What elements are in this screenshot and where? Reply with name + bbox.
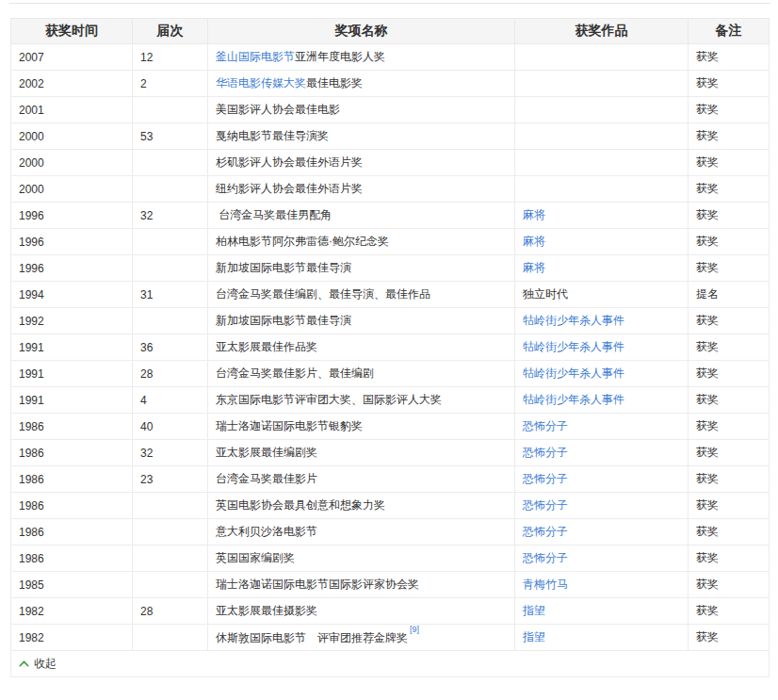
cell-year: 1996 — [11, 229, 133, 255]
cell-award: 亚太影展最佳作品奖 — [208, 334, 515, 361]
header-row: 获奖时间 届次 奖项名称 获奖作品 备注 — [11, 19, 770, 44]
table-row: 1991 28 台湾金马奖最佳影片、最佳编剧 牯岭街少年杀人事件 获奖 — [11, 361, 770, 387]
cell-note: 获奖 — [689, 44, 770, 71]
cell-note: 获奖 — [689, 440, 770, 466]
award-name-text: 英国国家编剧奖 — [216, 551, 295, 564]
cell-work — [515, 97, 689, 123]
award-name-text: 东京国际电影节评审团大奖、国际影评人大奖 — [216, 393, 442, 406]
cell-note: 获奖 — [689, 387, 770, 414]
awards-table-body: 2007 12 釜山国际电影节亚洲年度电影人奖 获奖 2002 2 华语电影传媒… — [11, 44, 770, 651]
cell-year: 2000 — [11, 150, 133, 176]
cell-award: 亚太影展最佳编剧奖 — [208, 440, 515, 466]
cell-year: 1991 — [11, 361, 133, 387]
work-link[interactable]: 恐怖分子 — [523, 472, 568, 485]
table-row: 1992 新加坡国际电影节最佳导演 牯岭街少年杀人事件 获奖 — [11, 308, 770, 334]
cell-work: 恐怖分子 — [515, 545, 689, 572]
col-header-edition: 届次 — [133, 19, 208, 44]
cell-year: 1986 — [11, 414, 133, 440]
cell-year: 2001 — [11, 97, 133, 123]
work-text: 独立时代 — [523, 287, 568, 301]
table-row: 2001 美国影评人协会最佳电影 获奖 — [11, 97, 770, 123]
cell-year: 2007 — [11, 44, 133, 71]
work-link[interactable]: 牯岭街少年杀人事件 — [523, 366, 624, 380]
cell-work — [515, 176, 689, 203]
cell-work: 恐怖分子 — [515, 414, 689, 440]
cell-edition: 32 — [133, 203, 208, 229]
work-link[interactable]: 麻将 — [523, 261, 545, 274]
table-row: 1996 32 台湾金马奖最佳男配角 麻将 获奖 — [11, 203, 770, 229]
award-entity-link[interactable]: 华语电影传媒大奖 — [216, 76, 306, 90]
cell-award: 瑞士洛迦诺国际电影节银豹奖 — [208, 414, 515, 440]
cell-note: 获奖 — [689, 203, 770, 229]
cell-work: 指望 — [515, 625, 689, 651]
cell-note: 提名 — [689, 282, 770, 308]
award-name-text: 台湾金马奖最佳影片 — [216, 472, 317, 485]
award-name-text: 新加坡国际电影节最佳导演 — [216, 314, 351, 327]
reference-sup-link[interactable]: [9] — [410, 625, 419, 634]
cell-year: 1986 — [11, 440, 133, 466]
table-row: 2000 纽约影评人协会最佳外语片奖 获奖 — [11, 176, 770, 203]
col-header-award-time: 获奖时间 — [11, 19, 133, 44]
cell-year: 1994 — [11, 282, 133, 308]
cell-note: 获奖 — [689, 308, 770, 334]
cell-note: 获奖 — [689, 229, 770, 255]
cell-note: 获奖 — [689, 150, 770, 176]
cell-award: 新加坡国际电影节最佳导演 — [208, 308, 515, 334]
award-name-text: 戛纳电影节最佳导演奖 — [216, 129, 329, 142]
work-link[interactable]: 牯岭街少年杀人事件 — [523, 393, 624, 406]
cell-award: 台湾金马奖最佳男配角 — [208, 203, 515, 229]
collapse-label: 收起 — [34, 656, 57, 672]
work-link[interactable]: 青梅竹马 — [523, 578, 568, 591]
table-row: 1986 23 台湾金马奖最佳影片 恐怖分子 获奖 — [11, 466, 770, 493]
cell-year: 1982 — [11, 625, 133, 651]
award-name-text: 纽约影评人协会最佳外语片奖 — [216, 182, 363, 195]
collapse-button[interactable]: 收起 — [19, 656, 57, 672]
award-entity-link[interactable]: 釜山国际电影节 — [216, 50, 295, 63]
cell-award: 柏林电影节阿尔弗雷德·鲍尔纪念奖 — [208, 229, 515, 255]
table-row: 1986 意大利贝沙洛电影节 恐怖分子 获奖 — [11, 519, 770, 545]
cell-year: 1986 — [11, 519, 133, 545]
work-link[interactable]: 恐怖分子 — [523, 551, 568, 564]
cell-note: 获奖 — [689, 598, 770, 625]
cell-work: 牯岭街少年杀人事件 — [515, 334, 689, 361]
work-link[interactable]: 指望 — [523, 630, 545, 643]
cell-note: 获奖 — [689, 493, 770, 519]
award-name-text: 台湾金马奖最佳影片、最佳编剧 — [216, 366, 374, 380]
award-name-text: 亚洲年度电影人奖 — [295, 50, 385, 63]
cell-edition: 36 — [133, 334, 208, 361]
cell-award: 戛纳电影节最佳导演奖 — [208, 123, 515, 150]
work-link[interactable]: 恐怖分子 — [523, 419, 568, 432]
cell-note: 获奖 — [689, 466, 770, 493]
cell-award: 意大利贝沙洛电影节 — [208, 519, 515, 545]
col-header-award-work: 获奖作品 — [515, 19, 689, 44]
work-link[interactable]: 麻将 — [523, 208, 545, 221]
cell-work: 青梅竹马 — [515, 572, 689, 598]
cell-note: 获奖 — [689, 176, 770, 203]
cell-edition: 2 — [133, 71, 208, 97]
cell-edition — [133, 97, 208, 123]
work-link[interactable]: 麻将 — [523, 235, 545, 248]
work-link[interactable]: 牯岭街少年杀人事件 — [523, 314, 624, 327]
table-row: 1986 40 瑞士洛迦诺国际电影节银豹奖 恐怖分子 获奖 — [11, 414, 770, 440]
cell-award: 东京国际电影节评审团大奖、国际影评人大奖 — [208, 387, 515, 414]
cell-work — [515, 71, 689, 97]
collapse-row: 收起 — [11, 651, 770, 677]
work-link[interactable]: 牯岭街少年杀人事件 — [523, 340, 624, 353]
cell-award: 英国电影协会最具创意和想象力奖 — [208, 493, 515, 519]
cell-edition — [133, 572, 208, 598]
cell-year: 1991 — [11, 387, 133, 414]
cell-work: 独立时代 — [515, 282, 689, 308]
cell-award: 亚太影展最佳摄影奖 — [208, 598, 515, 625]
award-name-text: 意大利贝沙洛电影节 — [216, 525, 317, 538]
chevron-up-icon — [19, 660, 29, 667]
cell-year: 1986 — [11, 545, 133, 572]
work-link[interactable]: 恐怖分子 — [523, 525, 568, 538]
cell-work: 恐怖分子 — [515, 440, 689, 466]
work-link[interactable]: 恐怖分子 — [523, 498, 568, 512]
table-row: 2000 杉矶影评人协会最佳外语片奖 获奖 — [11, 150, 770, 176]
work-link[interactable]: 恐怖分子 — [523, 446, 568, 459]
cell-award: 英国国家编剧奖 — [208, 545, 515, 572]
work-link[interactable]: 指望 — [523, 604, 545, 617]
cell-edition: 12 — [133, 44, 208, 71]
col-header-note: 备注 — [689, 19, 770, 44]
